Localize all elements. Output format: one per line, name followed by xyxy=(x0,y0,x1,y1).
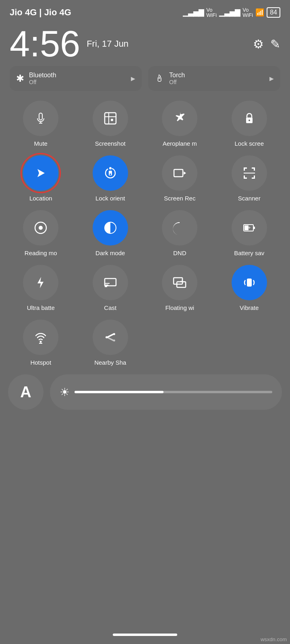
svg-point-29 xyxy=(40,341,42,343)
qs-label-location: Location xyxy=(29,195,52,202)
qs-item-scanner[interactable]: Scanner xyxy=(217,155,282,202)
svg-point-10 xyxy=(110,173,111,175)
qs-label-screenshot: Screenshot xyxy=(95,140,126,147)
bluetooth-icon: ✱ xyxy=(16,73,24,84)
nav-home-indicator xyxy=(113,634,177,636)
qs-circle-aeroplane xyxy=(162,101,197,136)
qs-label-lockscreen: Lock scree xyxy=(234,140,264,147)
qs-label-vibrate: Vibrate xyxy=(240,304,259,312)
qs-label-dnd: DND xyxy=(173,250,186,257)
qs-item-cast[interactable]: Cast xyxy=(78,265,143,312)
qs-circle-scanner xyxy=(232,155,267,191)
qs-item-darkmode[interactable]: Dark mode xyxy=(78,210,143,257)
brightness-slider[interactable]: ☀ xyxy=(50,374,282,410)
svg-text:+: + xyxy=(248,225,251,231)
carrier-text: Jio 4G | Jio 4G xyxy=(10,7,71,18)
quick-settings-grid: Mute Screenshot Aeroplane m Lock scree L… xyxy=(0,101,290,366)
qs-item-ultrabattery[interactable]: Ultra batte xyxy=(8,265,74,312)
qs-circle-lockscreen xyxy=(232,101,267,136)
qs-item-vibrate[interactable]: Vibrate xyxy=(217,265,282,312)
brightness-icon: ☀ xyxy=(60,386,70,399)
status-bar: Jio 4G | Jio 4G ▁▃▅▇ VoWiFi ▁▃▅▇ VoWiFi … xyxy=(0,0,290,22)
qs-label-lockorientation: Lock orient xyxy=(95,195,125,202)
font-size-icon: A xyxy=(20,384,31,401)
qs-circle-ultrabattery xyxy=(23,265,58,300)
partial-toggle-row: ✱ Bluetooth Off ▶ 🕯 Torch Off ▶ xyxy=(0,66,290,91)
svg-rect-18 xyxy=(253,227,255,229)
qs-item-batterysaver[interactable]: + Battery sav xyxy=(217,210,282,257)
torch-status: Off xyxy=(169,79,185,85)
qs-circle-batterysaver: + xyxy=(232,210,267,246)
qs-label-nearbyshare: Nearby Sha xyxy=(94,359,126,366)
qs-item-nearbyshare[interactable]: Nearby Sha xyxy=(78,320,143,366)
clock-area: 4:56 Fri, 17 Jun ⚙ ✎ xyxy=(0,22,290,66)
qs-circle-vibrate xyxy=(232,265,267,300)
svg-rect-11 xyxy=(174,169,183,177)
qs-circle-darkmode xyxy=(93,210,128,246)
qs-item-screenrecord[interactable]: Screen Rec xyxy=(147,155,213,202)
qs-item-aeroplane[interactable]: Aeroplane m xyxy=(147,101,213,147)
signal-icon-1: ▁▃▅▇ xyxy=(183,8,204,17)
wifi-icon: 📶 xyxy=(255,8,264,17)
svg-point-15 xyxy=(39,226,43,230)
torch-icon: 🕯 xyxy=(155,73,164,84)
qs-circle-mute xyxy=(23,101,58,136)
status-icons: ▁▃▅▇ VoWiFi ▁▃▅▇ VoWiFi 📶 84 xyxy=(183,7,280,18)
qs-item-readingmode[interactable]: Reading mo xyxy=(8,210,74,257)
svg-rect-0 xyxy=(105,113,116,124)
clock-action-icons: ⚙ ✎ xyxy=(253,37,280,51)
qs-circle-dnd xyxy=(162,210,197,246)
qs-item-lockscreen[interactable]: Lock scree xyxy=(217,101,282,147)
qs-circle-lockorientation xyxy=(93,155,128,191)
battery-indicator: 84 xyxy=(267,7,280,18)
qs-circle-cast xyxy=(93,265,128,300)
vo-wifi-label-1: VoWiFi xyxy=(206,7,217,18)
clock-date: Fri, 17 Jun xyxy=(87,39,128,49)
svg-marker-6 xyxy=(37,169,45,177)
clock-time: 4:56 xyxy=(10,26,80,62)
bluetooth-toggle[interactable]: ✱ Bluetooth Off ▶ xyxy=(10,66,142,91)
qs-label-floatingwindow: Floating wi xyxy=(165,304,194,312)
qs-circle-readingmode xyxy=(23,210,58,246)
qs-label-readingmode: Reading mo xyxy=(25,250,57,257)
qs-circle-screenshot xyxy=(93,101,128,136)
signal-icon-2: ▁▃▅▇ xyxy=(219,8,240,17)
qs-item-mute[interactable]: Mute xyxy=(8,101,74,147)
qs-label-darkmode: Dark mode xyxy=(95,250,125,257)
torch-label: Torch xyxy=(169,72,185,79)
torch-toggle[interactable]: 🕯 Torch Off ▶ xyxy=(148,66,280,91)
settings-icon[interactable]: ⚙ xyxy=(253,37,264,51)
qs-item-hotspot[interactable]: Hotspot xyxy=(8,320,74,366)
qs-item-screenshot[interactable]: Screenshot xyxy=(78,101,143,147)
qs-label-hotspot: Hotspot xyxy=(30,359,51,366)
bluetooth-label: Bluetooth xyxy=(29,72,56,79)
qs-item-floatingwindow[interactable]: Floating wi xyxy=(147,265,213,312)
svg-rect-28 xyxy=(247,279,252,287)
qs-item-location[interactable]: Location xyxy=(8,155,74,202)
svg-point-5 xyxy=(249,120,250,121)
edit-icon[interactable]: ✎ xyxy=(270,37,280,51)
qs-label-scanner: Scanner xyxy=(238,195,261,202)
brightness-fill xyxy=(75,391,164,393)
bluetooth-arrow: ▶ xyxy=(131,75,135,82)
watermark: wsxdn.com xyxy=(261,636,287,642)
svg-marker-12 xyxy=(184,171,186,175)
qs-circle-screenrecord xyxy=(162,155,197,191)
qs-label-screenrecord: Screen Rec xyxy=(164,195,195,202)
qs-circle-floatingwindow xyxy=(162,265,197,300)
bluetooth-status: Off xyxy=(29,79,56,85)
font-size-button[interactable]: A xyxy=(8,374,44,410)
qs-item-lockorientation[interactable]: Lock orient xyxy=(78,155,143,202)
vo-wifi-label-2: VoWiFi xyxy=(242,7,253,18)
brightness-track xyxy=(75,391,272,393)
qs-label-cast: Cast xyxy=(104,304,116,312)
qs-label-mute: Mute xyxy=(34,140,48,147)
qs-label-aeroplane: Aeroplane m xyxy=(163,140,197,147)
qs-label-batterysaver: Battery sav xyxy=(234,250,264,257)
qs-label-ultrabattery: Ultra batte xyxy=(27,304,55,312)
qs-circle-hotspot xyxy=(23,320,58,355)
torch-arrow: ▶ xyxy=(269,75,274,82)
qs-circle-nearbyshare xyxy=(93,320,128,355)
qs-item-dnd[interactable]: DND xyxy=(147,210,213,257)
bottom-brightness-row: A ☀ xyxy=(0,374,290,410)
